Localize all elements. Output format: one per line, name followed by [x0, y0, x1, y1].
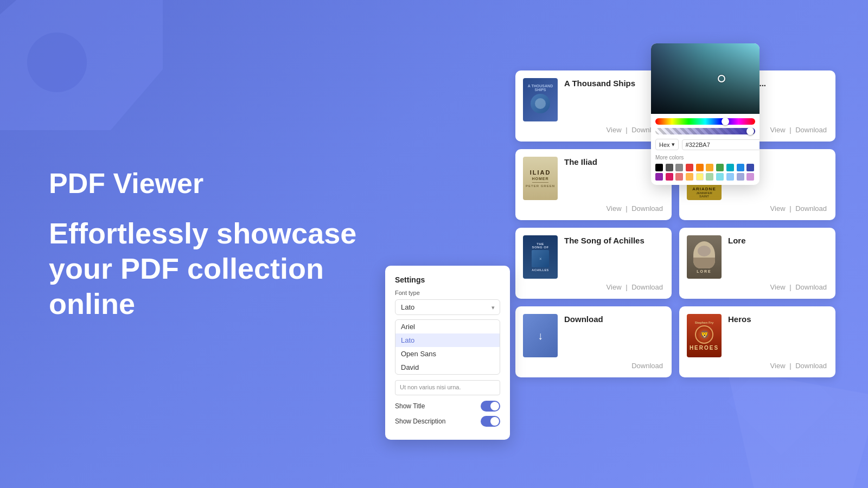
swatch-2[interactable] — [675, 164, 683, 171]
swatch-16[interactable] — [716, 173, 724, 181]
book-card-thousand-ships: A THOUSAND SHIPS A Thousand Ships View |… — [515, 70, 672, 142]
book-title-download-partial: Download — [564, 314, 664, 325]
book-actions-ariadne: View | Download — [687, 204, 828, 213]
download-link-heros[interactable]: Download — [795, 362, 827, 370]
color-hex-row: Hex ▾ — [651, 134, 760, 153]
swatch-5[interactable] — [706, 164, 713, 171]
book-cover-achilles: THE SONG OF ⚔ ACHILLES — [523, 235, 558, 279]
color-picker-panel: Hex ▾ More colors — [651, 43, 760, 185]
book-cover-heros: Stephen Fry 🦁 HEROES — [687, 314, 722, 357]
color-alpha-slider[interactable] — [655, 128, 755, 134]
swatch-10[interactable] — [655, 173, 663, 181]
view-link-the-lan[interactable]: View — [770, 126, 786, 134]
view-link-lore[interactable]: View — [770, 283, 786, 291]
more-colors-label: More colors — [651, 153, 760, 163]
show-title-row: Show Title — [395, 401, 500, 412]
book-card-top-3: ILIAD HOMER PETER GREEN The Iliad — [523, 157, 664, 200]
book-cover-thousand-ships: A THOUSAND SHIPS — [523, 78, 558, 121]
book-actions-iliad: View | Download — [523, 204, 664, 213]
font-option-opensans[interactable]: Open Sans — [395, 347, 500, 361]
swatch-4[interactable] — [696, 164, 704, 171]
color-hue-slider[interactable] — [655, 118, 755, 125]
swatch-14[interactable] — [696, 173, 704, 181]
book-card-download-partial: ↓ Download Download — [515, 306, 672, 377]
book-title-heros: Heros — [728, 314, 828, 325]
book-card-achilles: THE SONG OF ⚔ ACHILLES The Song of Achil… — [515, 228, 672, 299]
show-description-toggle[interactable] — [481, 416, 500, 427]
book-title-iliad: The Iliad — [564, 157, 664, 168]
book-card-top-6: LORE Lore — [687, 235, 828, 279]
view-link-heros[interactable]: View — [770, 362, 786, 370]
show-description-label: Show Description — [395, 418, 445, 425]
font-option-david[interactable]: David — [395, 361, 500, 374]
download-link-the-lan[interactable]: Download — [795, 126, 827, 134]
chevron-down-icon: ▾ — [672, 141, 675, 148]
swatch-13[interactable] — [686, 173, 693, 181]
book-actions-download-partial: Download — [523, 362, 664, 370]
swatch-6[interactable] — [716, 164, 724, 171]
book-card-top-5: THE SONG OF ⚔ ACHILLES The Song of Achil… — [523, 235, 664, 279]
color-hue-thumb[interactable] — [722, 118, 729, 125]
book-card-lore: LORE Lore View | Download — [679, 228, 835, 299]
hero-section: PDF Viewer Effortlessly showcase your PD… — [49, 167, 363, 321]
color-swatches-grid — [651, 163, 760, 185]
swatch-12[interactable] — [675, 173, 683, 181]
show-title-label: Show Title — [395, 402, 425, 410]
book-card-top: A THOUSAND SHIPS A Thousand Ships — [523, 78, 664, 121]
swatch-9[interactable] — [746, 164, 754, 171]
font-option-lato[interactable]: Lato — [395, 333, 500, 347]
swatch-1[interactable] — [666, 164, 673, 171]
swatch-0[interactable] — [655, 164, 663, 171]
swatch-7[interactable] — [726, 164, 734, 171]
color-hex-type-selector[interactable]: Hex ▾ — [655, 139, 679, 150]
book-actions-thousand-ships: View | Download — [523, 126, 664, 134]
download-link-iliad[interactable]: Download — [631, 204, 663, 213]
bg-decoration-4 — [727, 369, 868, 488]
font-option-ariel[interactable]: Ariel — [395, 320, 500, 333]
swatch-19[interactable] — [746, 173, 754, 181]
font-preview: Ut non varius nisi urna. — [395, 380, 500, 395]
book-card-iliad: ILIAD HOMER PETER GREEN The Iliad View |… — [515, 149, 672, 220]
book-cover-download: ↓ — [523, 314, 558, 357]
book-actions-achilles: View | Download — [523, 283, 664, 291]
book-actions-heros: View | Download — [687, 362, 828, 370]
app-subtitle: Effortlessly showcase your PDF collectio… — [49, 216, 363, 321]
download-link-lore[interactable]: Download — [795, 283, 827, 291]
book-cover-lore: LORE — [687, 235, 722, 279]
swatch-18[interactable] — [737, 173, 744, 181]
book-card-top-7: ↓ Download — [523, 314, 664, 357]
swatch-15[interactable] — [706, 173, 713, 181]
show-description-row: Show Description — [395, 416, 500, 427]
view-link-iliad[interactable]: View — [607, 204, 622, 213]
color-gradient-area[interactable] — [651, 43, 760, 114]
view-link-ariadne[interactable]: View — [770, 204, 786, 213]
color-picker-cursor — [718, 75, 725, 82]
font-select[interactable]: Lato Ariel Open Sans David — [395, 299, 500, 315]
book-title-lore: Lore — [728, 235, 828, 246]
swatch-11[interactable] — [666, 173, 673, 181]
bg-decoration-2 — [27, 33, 87, 92]
swatch-8[interactable] — [737, 164, 744, 171]
settings-panel: Settings Font type Lato Ariel Open Sans … — [385, 266, 510, 440]
color-alpha-thumb[interactable] — [746, 127, 754, 135]
font-dropdown: Ariel Lato Open Sans David — [395, 319, 500, 375]
view-link-achilles[interactable]: View — [607, 283, 622, 291]
download-link-partial[interactable]: Download — [631, 362, 663, 370]
download-link-achilles[interactable]: Download — [631, 283, 663, 291]
font-type-label: Font type — [395, 290, 500, 296]
app-title: PDF Viewer — [49, 167, 363, 200]
book-title-achilles: The Song of Achilles — [564, 235, 664, 246]
settings-title: Settings — [395, 275, 500, 284]
book-card-heros: Stephen Fry 🦁 HEROES Heros View | Downlo… — [679, 306, 835, 377]
book-card-top-8: Stephen Fry 🦁 HEROES Heros — [687, 314, 828, 357]
download-link-ariadne[interactable]: Download — [795, 204, 827, 213]
swatch-3[interactable] — [686, 164, 693, 171]
view-link-thousand-ships[interactable]: View — [607, 126, 622, 134]
font-select-wrapper: Lato Ariel Open Sans David ▾ — [395, 299, 500, 315]
swatch-17[interactable] — [726, 173, 734, 181]
show-title-toggle[interactable] — [481, 401, 500, 412]
book-actions-lore: View | Download — [687, 283, 828, 291]
book-cover-iliad: ILIAD HOMER PETER GREEN — [523, 157, 558, 200]
color-hex-input[interactable] — [682, 139, 760, 150]
book-title-thousand-ships: A Thousand Ships — [564, 78, 664, 89]
